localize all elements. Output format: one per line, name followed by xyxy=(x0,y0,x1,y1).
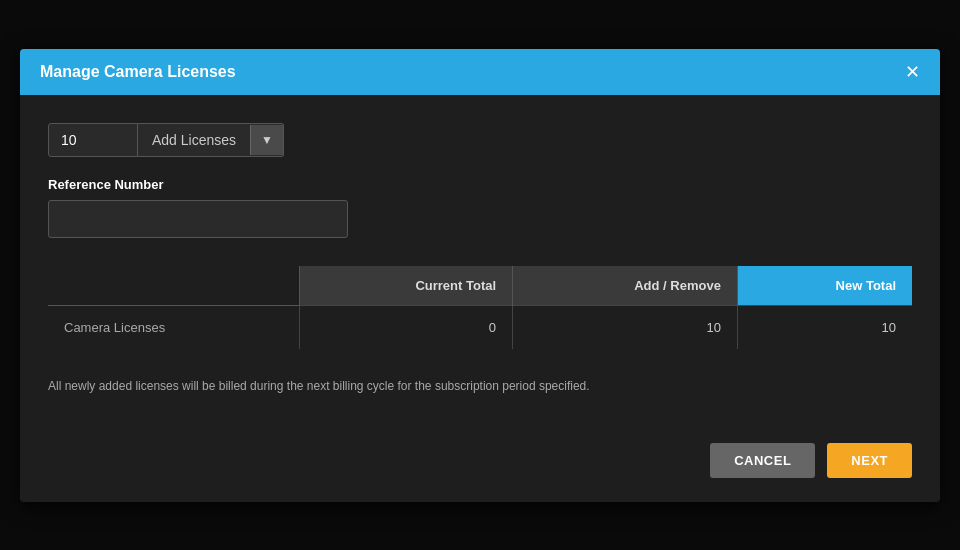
dialog-title: Manage Camera Licenses xyxy=(40,63,236,81)
dialog-header: Manage Camera Licenses ✕ xyxy=(20,49,940,95)
col-header-current-total: Current Total xyxy=(299,266,513,306)
row-current-total: 0 xyxy=(299,305,513,349)
cancel-button[interactable]: CANCEL xyxy=(710,443,815,478)
action-dropdown-button[interactable]: ▼ xyxy=(250,125,283,155)
dialog-footer: CANCEL NEXT xyxy=(20,433,940,502)
next-button[interactable]: NEXT xyxy=(827,443,912,478)
top-row: Add Licenses ▼ xyxy=(48,123,912,157)
col-header-add-remove: Add / Remove xyxy=(513,266,738,306)
license-table: Current Total Add / Remove New Total Cam… xyxy=(48,266,912,349)
row-new-total: 10 xyxy=(737,305,912,349)
notice-text: All newly added licenses will be billed … xyxy=(48,379,912,393)
reference-number-input[interactable] xyxy=(48,200,348,238)
row-add-remove: 10 xyxy=(513,305,738,349)
dialog-body: Add Licenses ▼ Reference Number Current … xyxy=(20,95,940,433)
table-row: Camera Licenses 0 10 10 xyxy=(48,305,912,349)
action-label: Add Licenses xyxy=(138,124,250,156)
overlay: Manage Camera Licenses ✕ Add Licenses ▼ … xyxy=(0,0,960,550)
table-section: Current Total Add / Remove New Total Cam… xyxy=(48,266,912,349)
col-header-name xyxy=(48,266,299,306)
action-select-wrapper: Add Licenses ▼ xyxy=(138,123,284,157)
reference-number-label: Reference Number xyxy=(48,177,912,192)
quantity-input[interactable] xyxy=(48,123,138,157)
row-name: Camera Licenses xyxy=(48,305,299,349)
col-header-new-total: New Total xyxy=(737,266,912,306)
close-button[interactable]: ✕ xyxy=(905,63,920,81)
manage-licenses-dialog: Manage Camera Licenses ✕ Add Licenses ▼ … xyxy=(20,49,940,502)
